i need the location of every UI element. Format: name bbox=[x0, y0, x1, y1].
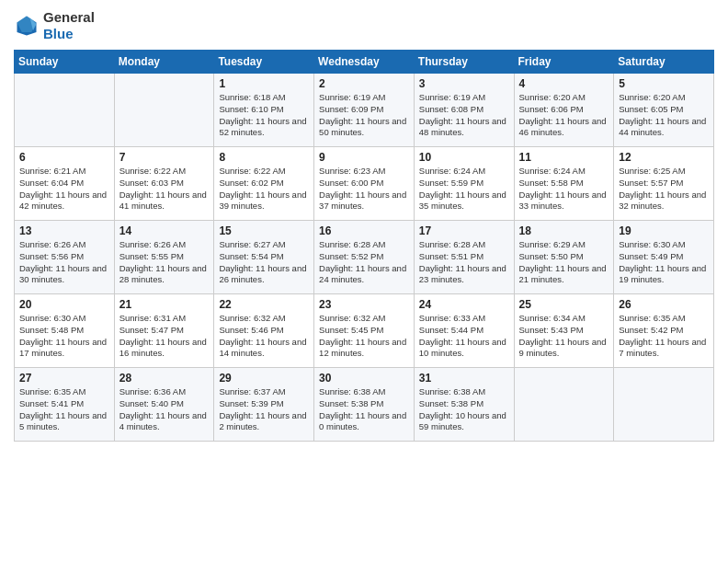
day-number: 30 bbox=[319, 372, 409, 385]
day-number: 17 bbox=[419, 224, 509, 237]
day-detail: Sunrise: 6:33 AM Sunset: 5:44 PM Dayligh… bbox=[419, 313, 509, 360]
day-detail: Sunrise: 6:27 AM Sunset: 5:54 PM Dayligh… bbox=[219, 239, 309, 286]
day-number: 13 bbox=[19, 224, 109, 237]
logo-text: General Blue bbox=[43, 9, 95, 42]
day-cell: 11Sunrise: 6:24 AM Sunset: 5:58 PM Dayli… bbox=[514, 147, 614, 221]
day-number: 25 bbox=[519, 298, 609, 311]
day-number: 26 bbox=[619, 298, 709, 311]
day-number: 19 bbox=[619, 224, 709, 237]
day-detail: Sunrise: 6:24 AM Sunset: 5:59 PM Dayligh… bbox=[419, 166, 509, 213]
day-cell: 12Sunrise: 6:25 AM Sunset: 5:57 PM Dayli… bbox=[614, 147, 714, 221]
day-number: 18 bbox=[519, 224, 609, 237]
day-number: 29 bbox=[219, 372, 309, 385]
logo-blue: Blue bbox=[43, 26, 95, 42]
day-detail: Sunrise: 6:30 AM Sunset: 5:48 PM Dayligh… bbox=[19, 313, 109, 360]
day-number: 22 bbox=[219, 298, 309, 311]
day-cell: 26Sunrise: 6:35 AM Sunset: 5:42 PM Dayli… bbox=[614, 294, 714, 368]
day-cell: 18Sunrise: 6:29 AM Sunset: 5:50 PM Dayli… bbox=[514, 221, 614, 294]
day-detail: Sunrise: 6:38 AM Sunset: 5:38 PM Dayligh… bbox=[419, 386, 509, 433]
day-detail: Sunrise: 6:34 AM Sunset: 5:43 PM Dayligh… bbox=[519, 313, 609, 360]
day-detail: Sunrise: 6:29 AM Sunset: 5:50 PM Dayligh… bbox=[519, 239, 609, 286]
day-detail: Sunrise: 6:20 AM Sunset: 6:06 PM Dayligh… bbox=[519, 92, 609, 139]
weekday-header-sunday: Sunday bbox=[15, 51, 115, 74]
day-number: 24 bbox=[419, 298, 509, 311]
day-detail: Sunrise: 6:35 AM Sunset: 5:41 PM Dayligh… bbox=[19, 386, 109, 433]
day-detail: Sunrise: 6:32 AM Sunset: 5:45 PM Dayligh… bbox=[319, 313, 409, 360]
weekday-header-friday: Friday bbox=[514, 51, 614, 74]
day-detail: Sunrise: 6:20 AM Sunset: 6:05 PM Dayligh… bbox=[619, 92, 709, 139]
day-cell: 20Sunrise: 6:30 AM Sunset: 5:48 PM Dayli… bbox=[15, 294, 115, 368]
day-cell: 1Sunrise: 6:18 AM Sunset: 6:10 PM Daylig… bbox=[214, 74, 314, 147]
day-number: 15 bbox=[219, 224, 309, 237]
day-number: 23 bbox=[319, 298, 409, 311]
weekday-header-row: SundayMondayTuesdayWednesdayThursdayFrid… bbox=[15, 51, 714, 74]
logo: General Blue bbox=[14, 9, 95, 42]
day-number: 10 bbox=[419, 151, 509, 164]
day-cell: 5Sunrise: 6:20 AM Sunset: 6:05 PM Daylig… bbox=[614, 74, 714, 147]
day-number: 9 bbox=[319, 151, 409, 164]
day-number: 12 bbox=[619, 151, 709, 164]
day-cell: 27Sunrise: 6:35 AM Sunset: 5:41 PM Dayli… bbox=[15, 368, 115, 442]
week-row-1: 1Sunrise: 6:18 AM Sunset: 6:10 PM Daylig… bbox=[15, 74, 714, 147]
day-cell: 9Sunrise: 6:23 AM Sunset: 6:00 PM Daylig… bbox=[314, 147, 415, 221]
day-cell: 3Sunrise: 6:19 AM Sunset: 6:08 PM Daylig… bbox=[414, 74, 514, 147]
day-number: 8 bbox=[219, 151, 309, 164]
day-detail: Sunrise: 6:18 AM Sunset: 6:10 PM Dayligh… bbox=[219, 92, 309, 139]
day-cell: 14Sunrise: 6:26 AM Sunset: 5:55 PM Dayli… bbox=[114, 221, 214, 294]
day-cell: 28Sunrise: 6:36 AM Sunset: 5:40 PM Dayli… bbox=[114, 368, 214, 442]
day-detail: Sunrise: 6:31 AM Sunset: 5:47 PM Dayligh… bbox=[119, 313, 210, 360]
day-detail: Sunrise: 6:25 AM Sunset: 5:57 PM Dayligh… bbox=[619, 166, 709, 213]
day-number: 7 bbox=[119, 151, 210, 164]
weekday-header-monday: Monday bbox=[114, 51, 214, 74]
calendar-table: SundayMondayTuesdayWednesdayThursdayFrid… bbox=[14, 50, 714, 442]
day-cell: 6Sunrise: 6:21 AM Sunset: 6:04 PM Daylig… bbox=[15, 147, 115, 221]
header: General Blue bbox=[14, 9, 714, 42]
day-cell bbox=[114, 74, 214, 147]
day-detail: Sunrise: 6:28 AM Sunset: 5:52 PM Dayligh… bbox=[319, 239, 409, 286]
day-cell: 17Sunrise: 6:28 AM Sunset: 5:51 PM Dayli… bbox=[414, 221, 514, 294]
day-detail: Sunrise: 6:38 AM Sunset: 5:38 PM Dayligh… bbox=[319, 386, 409, 433]
day-detail: Sunrise: 6:21 AM Sunset: 6:04 PM Dayligh… bbox=[19, 166, 109, 213]
day-cell: 2Sunrise: 6:19 AM Sunset: 6:09 PM Daylig… bbox=[314, 74, 415, 147]
day-number: 27 bbox=[19, 372, 109, 385]
day-detail: Sunrise: 6:30 AM Sunset: 5:49 PM Dayligh… bbox=[619, 239, 709, 286]
day-number: 31 bbox=[419, 372, 509, 385]
day-cell: 10Sunrise: 6:24 AM Sunset: 5:59 PM Dayli… bbox=[414, 147, 514, 221]
day-number: 6 bbox=[19, 151, 109, 164]
day-detail: Sunrise: 6:36 AM Sunset: 5:40 PM Dayligh… bbox=[119, 386, 210, 433]
day-cell bbox=[514, 368, 614, 442]
day-cell: 25Sunrise: 6:34 AM Sunset: 5:43 PM Dayli… bbox=[514, 294, 614, 368]
day-cell bbox=[15, 74, 115, 147]
day-detail: Sunrise: 6:28 AM Sunset: 5:51 PM Dayligh… bbox=[419, 239, 509, 286]
day-number: 16 bbox=[319, 224, 409, 237]
day-cell: 22Sunrise: 6:32 AM Sunset: 5:46 PM Dayli… bbox=[214, 294, 314, 368]
week-row-3: 13Sunrise: 6:26 AM Sunset: 5:56 PM Dayli… bbox=[15, 221, 714, 294]
day-cell: 31Sunrise: 6:38 AM Sunset: 5:38 PM Dayli… bbox=[414, 368, 514, 442]
logo-general: General bbox=[43, 9, 95, 26]
day-cell: 23Sunrise: 6:32 AM Sunset: 5:45 PM Dayli… bbox=[314, 294, 415, 368]
logo-icon bbox=[14, 13, 40, 39]
day-number: 20 bbox=[19, 298, 109, 311]
day-detail: Sunrise: 6:37 AM Sunset: 5:39 PM Dayligh… bbox=[219, 386, 309, 433]
day-detail: Sunrise: 6:22 AM Sunset: 6:02 PM Dayligh… bbox=[219, 166, 309, 213]
day-detail: Sunrise: 6:24 AM Sunset: 5:58 PM Dayligh… bbox=[519, 166, 609, 213]
day-cell: 24Sunrise: 6:33 AM Sunset: 5:44 PM Dayli… bbox=[414, 294, 514, 368]
day-cell: 21Sunrise: 6:31 AM Sunset: 5:47 PM Dayli… bbox=[114, 294, 214, 368]
day-cell: 30Sunrise: 6:38 AM Sunset: 5:38 PM Dayli… bbox=[314, 368, 415, 442]
day-cell bbox=[614, 368, 714, 442]
day-number: 11 bbox=[519, 151, 609, 164]
day-number: 4 bbox=[519, 77, 609, 90]
day-detail: Sunrise: 6:19 AM Sunset: 6:09 PM Dayligh… bbox=[319, 92, 409, 139]
day-cell: 13Sunrise: 6:26 AM Sunset: 5:56 PM Dayli… bbox=[15, 221, 115, 294]
day-cell: 29Sunrise: 6:37 AM Sunset: 5:39 PM Dayli… bbox=[214, 368, 314, 442]
week-row-4: 20Sunrise: 6:30 AM Sunset: 5:48 PM Dayli… bbox=[15, 294, 714, 368]
weekday-header-thursday: Thursday bbox=[414, 51, 514, 74]
day-number: 3 bbox=[419, 77, 509, 90]
week-row-2: 6Sunrise: 6:21 AM Sunset: 6:04 PM Daylig… bbox=[15, 147, 714, 221]
week-row-5: 27Sunrise: 6:35 AM Sunset: 5:41 PM Dayli… bbox=[15, 368, 714, 442]
day-detail: Sunrise: 6:22 AM Sunset: 6:03 PM Dayligh… bbox=[119, 166, 210, 213]
day-number: 28 bbox=[119, 372, 210, 385]
day-detail: Sunrise: 6:35 AM Sunset: 5:42 PM Dayligh… bbox=[619, 313, 709, 360]
day-cell: 16Sunrise: 6:28 AM Sunset: 5:52 PM Dayli… bbox=[314, 221, 415, 294]
day-detail: Sunrise: 6:26 AM Sunset: 5:56 PM Dayligh… bbox=[19, 239, 109, 286]
